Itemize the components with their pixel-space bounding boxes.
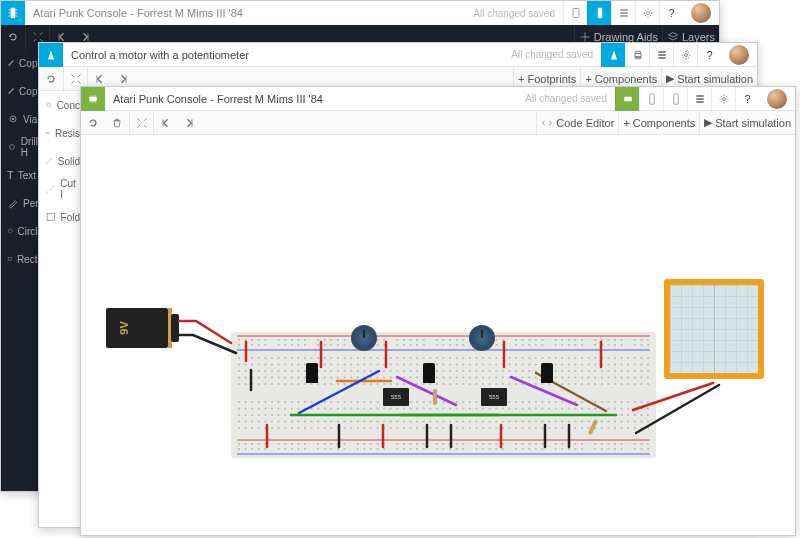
svg-point-636: [495, 414, 497, 416]
resistor-1[interactable]: [433, 389, 437, 405]
view-chip-button[interactable]: [563, 1, 587, 25]
svg-point-497: [409, 401, 411, 403]
svg-text:!: !: [50, 53, 51, 59]
zoom-fit-button[interactable]: [129, 111, 153, 135]
svg-point-177: [376, 357, 378, 359]
breadboard-component[interactable]: [231, 332, 656, 458]
svg-point-16: [12, 118, 14, 120]
svg-point-304: [383, 370, 385, 372]
settings-button[interactable]: [673, 43, 697, 67]
svg-point-291: [297, 370, 299, 372]
battery-component[interactable]: 9V: [106, 308, 168, 348]
svg-line-32: [47, 185, 54, 192]
svg-point-459: [574, 383, 576, 385]
view-breadboard-button[interactable]: [615, 87, 639, 111]
capacitor-3[interactable]: [541, 363, 553, 383]
view-pcb-button[interactable]: [663, 87, 687, 111]
svg-point-869: [475, 448, 477, 450]
next-button[interactable]: [177, 111, 201, 135]
potentiometer-2[interactable]: [469, 325, 495, 351]
code-editor-button[interactable]: Code Editor: [536, 111, 618, 135]
help-button[interactable]: ?: [697, 43, 721, 67]
svg-point-788: [251, 443, 253, 445]
svg-point-257: [489, 363, 491, 365]
circuit-canvas[interactable]: 9V: [81, 135, 795, 535]
timer-chip-1[interactable]: 555: [383, 388, 409, 406]
svg-point-611: [330, 414, 332, 416]
svg-point-846: [291, 448, 293, 450]
settings-button[interactable]: [635, 1, 659, 25]
svg-point-191: [469, 357, 471, 359]
battery-connector[interactable]: [171, 314, 179, 342]
user-avatar[interactable]: [721, 43, 757, 67]
undo-button[interactable]: [81, 111, 105, 135]
svg-point-87: [528, 339, 530, 341]
undo-button[interactable]: [1, 25, 25, 49]
svg-point-104: [244, 344, 246, 346]
list-button[interactable]: [649, 43, 673, 67]
svg-point-779: [607, 427, 609, 429]
svg-point-267: [555, 363, 557, 365]
svg-point-499: [423, 401, 425, 403]
svg-point-648: [574, 414, 576, 416]
user-avatar[interactable]: [759, 87, 795, 111]
svg-point-336: [594, 370, 596, 372]
prev-button[interactable]: [153, 111, 177, 135]
list-button[interactable]: [687, 87, 711, 111]
svg-point-522: [574, 401, 576, 403]
svg-point-820: [502, 443, 504, 445]
svg-point-121: [376, 344, 378, 346]
svg-point-325: [522, 370, 524, 372]
oscilloscope-component[interactable]: [664, 279, 764, 379]
capacitor-2[interactable]: [423, 363, 435, 383]
view-schematic-button[interactable]: [601, 43, 625, 67]
solid-tool[interactable]: Solid: [39, 147, 86, 175]
view-pcb-button[interactable]: [587, 1, 611, 25]
svg-point-280: [640, 363, 642, 365]
svg-point-542: [291, 407, 293, 409]
components-button[interactable]: + Components: [618, 111, 699, 135]
svg-point-449: [508, 383, 510, 385]
help-button[interactable]: ?: [659, 1, 683, 25]
svg-point-433: [403, 383, 405, 385]
undo-button[interactable]: [39, 67, 63, 91]
capacitor-1[interactable]: [306, 363, 318, 383]
start-simulation-button[interactable]: ▶ Start simulation: [699, 111, 795, 135]
settings-button[interactable]: [711, 87, 735, 111]
potentiometer-1[interactable]: [351, 325, 377, 351]
user-avatar[interactable]: [683, 1, 719, 25]
svg-point-167: [310, 357, 312, 359]
list-button[interactable]: [611, 1, 635, 25]
svg-point-264: [535, 363, 537, 365]
window-title: Atari Punk Console - Forrest M Mims III …: [105, 93, 331, 105]
fold-tool[interactable]: Fold: [39, 203, 86, 231]
svg-point-405: [634, 376, 636, 378]
svg-point-171: [337, 357, 339, 359]
cut-tool[interactable]: Cut I: [39, 175, 86, 203]
view-schematic-button[interactable]: [639, 87, 663, 111]
svg-point-697: [482, 420, 484, 422]
conductor-tool[interactable]: Conc: [39, 91, 86, 119]
svg-point-857: [376, 448, 378, 450]
svg-point-180: [396, 357, 398, 359]
svg-point-794: [297, 443, 299, 445]
app-logo-icon[interactable]: [1, 1, 25, 25]
app-logo-icon[interactable]: !: [39, 43, 63, 67]
svg-point-383: [489, 376, 491, 378]
svg-point-606: [297, 414, 299, 416]
resistor-tool[interactable]: Resis: [39, 119, 86, 147]
help-button[interactable]: ?: [735, 87, 759, 111]
svg-point-297: [337, 370, 339, 372]
svg-point-130: [449, 344, 451, 346]
app-logo-icon[interactable]: [81, 87, 105, 111]
delete-button[interactable]: [105, 111, 129, 135]
svg-point-189: [456, 357, 458, 359]
svg-point-301: [363, 370, 365, 372]
print-button[interactable]: [625, 43, 649, 67]
svg-point-477: [277, 401, 279, 403]
svg-point-718: [621, 420, 623, 422]
timer-chip-2[interactable]: 555: [481, 388, 507, 406]
svg-point-567: [456, 407, 458, 409]
svg-point-841: [251, 448, 253, 450]
svg-rect-8: [597, 8, 602, 19]
